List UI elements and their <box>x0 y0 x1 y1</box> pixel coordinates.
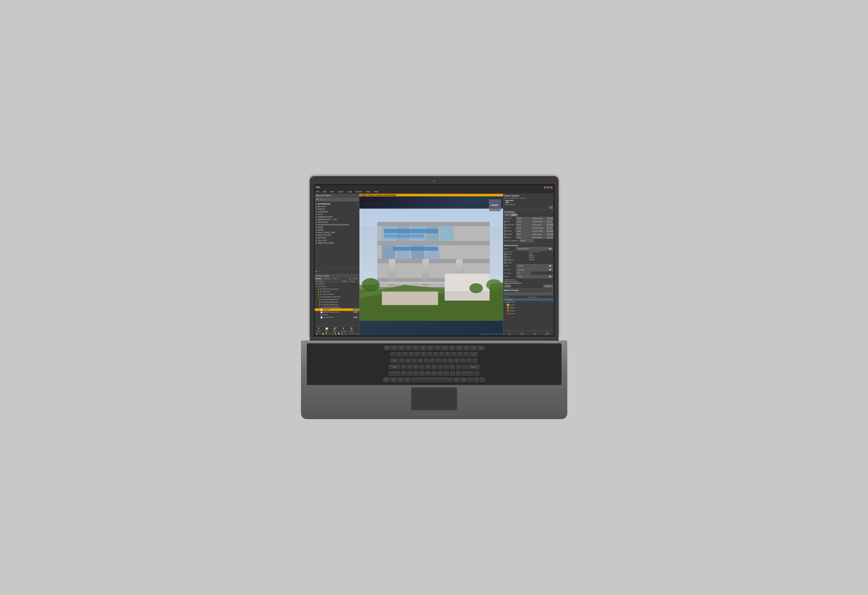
file-01master[interactable]: ▶01_Master Alignment F... <box>314 298 359 301</box>
bottom-checkbox[interactable]: ✓ <box>504 224 506 226</box>
key-right[interactable]: → <box>480 377 485 383</box>
layers-icon[interactable]: ☰ <box>355 333 357 335</box>
key-y[interactable]: Y <box>430 358 435 364</box>
touchpad[interactable] <box>411 387 457 411</box>
units-select[interactable]: Inches <box>516 264 553 268</box>
back-checkbox[interactable]: ✓ <box>504 236 506 239</box>
key-up[interactable]: ↑ <box>474 371 480 376</box>
remove-icon[interactable]: − <box>319 269 321 273</box>
key-rctrl[interactable]: CTRL <box>461 377 467 383</box>
key-8[interactable]: 8 <box>439 352 444 357</box>
settings-button[interactable]: ⚙ Settings <box>543 285 552 287</box>
camera-icon[interactable]: 📷 <box>341 333 344 335</box>
file-02trade[interactable]: ▶02_Trade Model Files <box>314 301 359 303</box>
key-enter[interactable]: ENTER <box>468 365 480 370</box>
set-left-button[interactable]: Set Left <box>546 227 553 230</box>
tree-item-structural[interactable]: ▶ Structural <box>315 236 359 239</box>
viewport-3d[interactable]: FRONT GLWidget width: 2906 height: 1854 <box>359 194 503 336</box>
rotate-icon[interactable]: ↻ <box>329 333 331 335</box>
right-inches[interactable] <box>531 230 545 233</box>
right-offset[interactable] <box>516 230 530 233</box>
key-a[interactable]: A <box>401 365 406 370</box>
key-f5[interactable]: F5 <box>420 346 426 351</box>
tree-item-tagphysical[interactable]: ▶ Tag_PhysicalType <box>315 242 359 244</box>
key-p[interactable]: P <box>454 358 459 364</box>
download-button[interactable]: ⬇ Download <box>340 327 347 332</box>
key-slash[interactable]: / <box>456 371 461 376</box>
key-f12[interactable]: F12 <box>471 346 477 351</box>
format-select[interactable]: Decimal <box>516 268 553 271</box>
file-03design[interactable]: ▶03_Design Team Files <box>314 303 359 306</box>
speaker-icon[interactable]: 🔊 <box>316 333 318 335</box>
file-boom[interactable]: 📄09122019 Boom Blo... DWG <box>314 311 359 314</box>
right-checkbox[interactable]: ✓ <box>504 230 506 232</box>
top-offset[interactable] <box>516 220 530 223</box>
key-minus[interactable]: - <box>457 352 462 357</box>
tree-item-lighting[interactable]: ▶ Lighting Fixtures <box>315 215 359 218</box>
key-j[interactable]: J <box>438 365 443 370</box>
tree-item-landscape[interactable]: ▶ Landscape <box>315 210 359 213</box>
key-backtick[interactable]: ` <box>390 352 396 357</box>
settings1-icon[interactable]: ⚙ <box>344 333 346 335</box>
menu-archive[interactable]: Archive <box>355 191 363 193</box>
tree-item-revit-family[interactable]: ▶ Revit_Family_Type <box>315 231 359 234</box>
key-ctrl[interactable]: CTRL <box>383 377 389 383</box>
offset-all-input[interactable] <box>516 217 531 220</box>
key-e[interactable]: E <box>412 358 417 364</box>
back-offset[interactable] <box>516 236 530 239</box>
bottom-offset[interactable] <box>516 223 530 226</box>
maximize-button[interactable]: □ <box>547 186 549 189</box>
menu-view[interactable]: View <box>329 191 335 193</box>
key-del[interactable]: DEL <box>478 346 484 351</box>
filter-icon[interactable]: ⊞ <box>348 277 352 280</box>
key-n[interactable]: N <box>431 371 437 376</box>
key-k[interactable]: K <box>444 365 449 370</box>
file-archive[interactable]: ▶Archive <box>314 314 359 316</box>
file-00procurement[interactable]: ▶00_Project Procurement <box>314 288 359 290</box>
key-x[interactable]: X <box>407 371 412 376</box>
preset-level3[interactable]: Level 3 <box>503 309 554 312</box>
key-quote[interactable]: ' <box>462 365 467 370</box>
front-offset[interactable] <box>516 233 530 236</box>
key-4[interactable]: 4 <box>415 352 420 357</box>
back-inches[interactable] <box>531 236 545 239</box>
key-down[interactable]: ↓ <box>474 377 479 383</box>
left-inches[interactable] <box>531 227 545 230</box>
tree-item-mechanical[interactable]: ▶ Mechanical <box>315 221 359 223</box>
tab-filter[interactable]: Filter <box>332 277 339 280</box>
import-button[interactable]: ⬆ Import <box>316 327 322 332</box>
key-alt[interactable]: ALT <box>404 377 411 383</box>
key-m[interactable]: M <box>438 371 443 376</box>
left-offset[interactable] <box>516 227 530 230</box>
hand-icon[interactable]: ✋ <box>322 333 325 335</box>
file-03model[interactable]: ▶03_3D Model Coordination <box>314 296 359 298</box>
rotation-input[interactable] <box>520 239 534 242</box>
offset-all-inches[interactable] <box>531 217 546 220</box>
key-d[interactable]: D <box>413 365 419 370</box>
key-f2[interactable]: F2 <box>398 346 404 351</box>
key-q[interactable]: Q <box>399 358 404 364</box>
key-7[interactable]: 7 <box>433 352 438 357</box>
front-inches[interactable] <box>531 233 545 236</box>
key-fn[interactable]: FN <box>390 377 397 383</box>
front-checkbox[interactable]: ✓ <box>504 233 506 236</box>
preset-level4[interactable]: Level 4 <box>503 312 554 315</box>
presets-add-button[interactable]: +Add <box>506 331 512 335</box>
off-toggle[interactable]: OFF <box>504 214 511 216</box>
menu-object[interactable]: Object <box>337 191 344 193</box>
assign-button[interactable]: 🔗 Assign <box>332 327 338 332</box>
delete-button[interactable]: 🗑 Delete <box>349 327 354 332</box>
file-04floor[interactable]: ▼04_Floor Plan Backgrou... <box>314 306 359 308</box>
file-01rcp[interactable]: 📄01_RCP DWG <box>314 308 359 311</box>
key-i[interactable]: I <box>442 358 447 364</box>
set-back-button[interactable]: Set Back <box>546 236 554 239</box>
tree-item-material[interactable]: ▶ Material Name - CAD <box>315 218 359 221</box>
presets-group-button[interactable]: ⊞Group <box>519 331 525 335</box>
light-icon[interactable]: 💡 <box>338 333 340 335</box>
settings2-icon[interactable]: ⚙ <box>347 333 349 335</box>
key-o[interactable]: O <box>448 358 453 364</box>
key-6[interactable]: 6 <box>427 352 432 357</box>
tree-item-level[interactable]: ▶ Level <box>315 213 359 215</box>
midpoint-checkbox[interactable]: ✓ <box>504 259 506 261</box>
vertex-checkbox[interactable]: ✓ <box>504 253 506 255</box>
